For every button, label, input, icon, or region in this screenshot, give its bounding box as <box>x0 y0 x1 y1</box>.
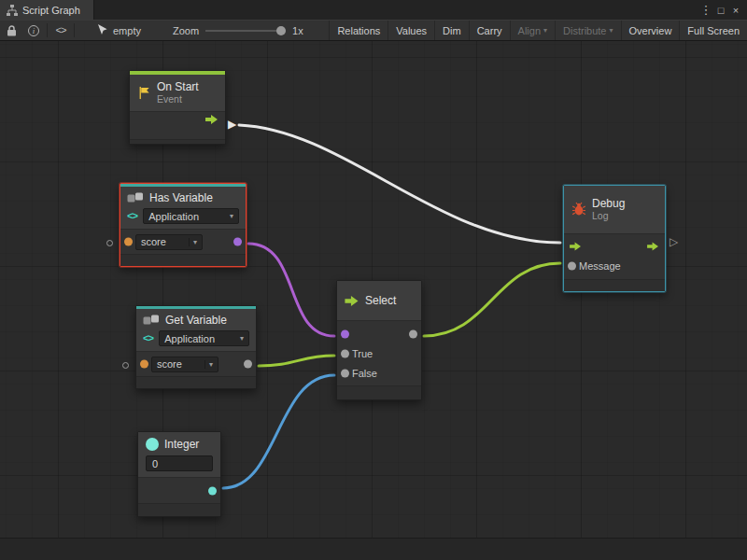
unconnected-port[interactable] <box>122 362 129 369</box>
variables-icon <box>127 192 144 203</box>
dim-button[interactable]: Dim <box>434 21 469 40</box>
name-input-port[interactable] <box>140 360 148 369</box>
condition-input-port[interactable] <box>341 329 349 338</box>
node-title: On Start <box>157 80 199 93</box>
chevron-down-icon: ▾ <box>189 238 197 246</box>
unconnected-port[interactable] <box>106 240 113 246</box>
toolbar-separator <box>47 23 48 37</box>
integer-icon <box>146 438 159 451</box>
zoom-slider[interactable] <box>205 25 286 36</box>
current-selection-indicator[interactable]: empty <box>97 24 141 36</box>
flow-output-port[interactable] <box>205 114 218 125</box>
node-title: Integer <box>164 438 199 451</box>
flow-input-port[interactable] <box>570 242 582 252</box>
select-icon <box>345 295 359 307</box>
node-has-variable[interactable]: Has Variable <> Application ▾ score ▾ <box>120 183 247 267</box>
number-output-port[interactable] <box>208 486 217 495</box>
message-port-label: Message <box>579 260 621 272</box>
node-select[interactable]: Select True False <box>336 280 422 400</box>
variable-kind-icon: <> <box>127 211 137 222</box>
variable-name-dropdown[interactable]: score ▾ <box>151 357 218 372</box>
cursor-icon <box>97 24 107 36</box>
window-menu-icon[interactable]: ⋮ <box>698 3 713 17</box>
info-icon[interactable]: i <box>22 21 45 40</box>
flow-continue-triangle[interactable]: ▷ <box>669 236 678 247</box>
graph-canvas[interactable]: On Start Event ▶ Has Va <box>0 41 747 538</box>
values-button[interactable]: Values <box>388 21 434 40</box>
wire-integer-to-select-false[interactable] <box>223 375 334 488</box>
graph-toolbar: i <> empty Zoom 1x Relations Values Dim … <box>0 20 747 41</box>
flow-output-port[interactable] <box>647 242 659 252</box>
chevron-down-icon: ▾ <box>610 26 613 35</box>
wire-onstart-to-debuglog[interactable] <box>239 125 560 243</box>
variable-kind-icon: <> <box>143 333 153 344</box>
script-graph-icon <box>7 5 18 16</box>
zoom-label: Zoom <box>173 25 199 36</box>
tab-script-graph[interactable]: Script Graph <box>0 0 94 20</box>
relations-button[interactable]: Relations <box>329 21 388 40</box>
node-subtitle: Log <box>592 210 625 221</box>
zoom-slider-handle[interactable] <box>276 26 286 35</box>
close-icon[interactable]: × <box>728 5 743 16</box>
code-view-icon[interactable]: <> <box>49 21 72 40</box>
lock-icon[interactable] <box>0 21 22 40</box>
zoom-control: Zoom 1x <box>173 25 303 36</box>
flag-icon <box>137 86 151 100</box>
node-title: Get Variable <box>165 314 227 327</box>
name-input-port[interactable] <box>124 238 133 246</box>
chevron-down-icon: ▾ <box>204 360 213 369</box>
wire-hasvariable-to-select-condition[interactable] <box>248 244 334 336</box>
scope-dropdown[interactable]: Application ▾ <box>143 208 239 224</box>
node-title: Has Variable <box>149 191 213 204</box>
variables-icon <box>143 315 160 326</box>
tab-label: Script Graph <box>22 5 80 16</box>
true-input-port[interactable] <box>341 349 349 357</box>
chevron-down-icon: ▾ <box>236 334 244 343</box>
toolbar-buttons: Relations Values Dim Carry Align ▾ Distr… <box>329 21 747 40</box>
chevron-down-icon: ▾ <box>226 212 233 220</box>
selection-label: empty <box>113 25 141 36</box>
align-button[interactable]: Align ▾ <box>510 21 555 40</box>
zoom-slider-track <box>205 30 286 32</box>
zoom-value: 1x <box>292 25 303 36</box>
selection-output-port[interactable] <box>409 329 417 338</box>
scope-dropdown[interactable]: Application ▾ <box>159 330 249 346</box>
false-input-port[interactable] <box>341 369 349 377</box>
false-port-label: False <box>352 368 377 379</box>
true-port-label: True <box>352 348 373 359</box>
variable-name-dropdown[interactable]: score ▾ <box>135 234 203 250</box>
flow-out-triangle[interactable]: ▶ <box>228 119 236 130</box>
chevron-down-icon: ▾ <box>543 26 547 35</box>
wire-select-to-debuglog-message[interactable] <box>424 263 560 336</box>
node-get-variable[interactable]: Get Variable <> Application ▾ score ▾ <box>135 305 257 389</box>
maximize-icon[interactable]: □ <box>713 5 728 16</box>
distribute-button[interactable]: Distribute ▾ <box>555 21 620 40</box>
node-integer[interactable]: Integer 0 <box>137 431 221 517</box>
toolbar-separator <box>74 23 75 37</box>
bottom-strip <box>0 538 747 560</box>
script-graph-window: Script Graph ⋮ □ × i <> empty <box>0 0 747 560</box>
wire-getvariable-to-select-true[interactable] <box>259 356 334 366</box>
fullscreen-button[interactable]: Full Screen <box>679 21 747 40</box>
node-subtitle: Event <box>157 93 199 105</box>
node-debug-log[interactable]: Debug Log Message <box>563 185 666 292</box>
bug-icon <box>571 202 586 217</box>
titlebar: Script Graph ⋮ □ × <box>0 0 747 20</box>
window-controls: ⋮ □ × <box>698 0 747 20</box>
node-on-start[interactable]: On Start Event <box>129 70 226 145</box>
value-output-port[interactable] <box>244 360 252 369</box>
overview-button[interactable]: Overview <box>621 21 680 40</box>
integer-value-input[interactable]: 0 <box>146 455 213 471</box>
bool-output-port[interactable] <box>233 238 242 246</box>
carry-button[interactable]: Carry <box>469 21 510 40</box>
node-title: Select <box>365 294 396 307</box>
message-input-port[interactable] <box>568 262 576 271</box>
node-title: Debug <box>592 197 625 210</box>
